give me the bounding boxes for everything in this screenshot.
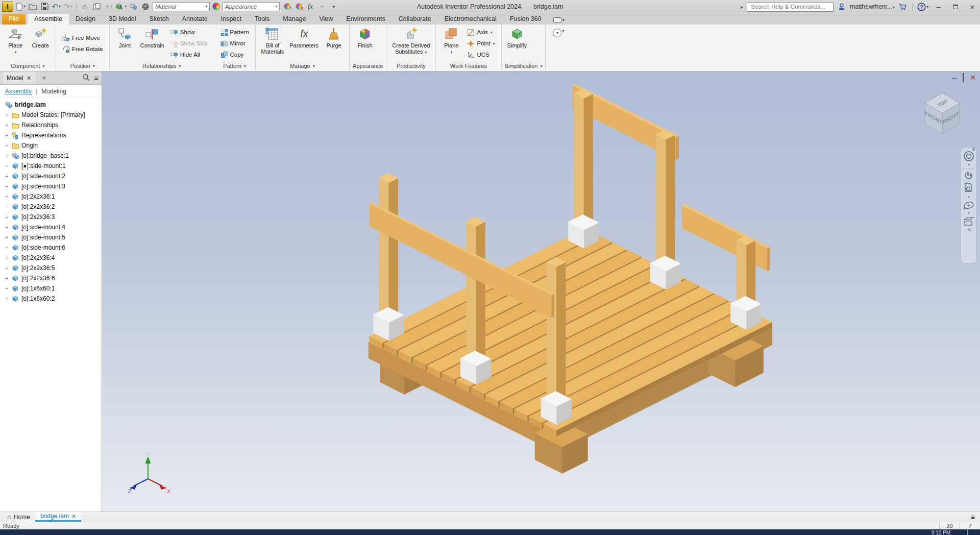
ribbon-tab-tools[interactable]: Tools (248, 14, 276, 25)
chevron-down-icon[interactable]: ▾ (968, 196, 970, 199)
material-select[interactable]: Material▾ (153, 2, 210, 11)
expand-icon[interactable]: + (4, 255, 10, 261)
expand-icon[interactable]: + (4, 234, 10, 240)
tree-item-o-side-mount-2[interactable]: +[o]:side-mount:2 (0, 171, 102, 181)
ribbon-tab-3d-model[interactable]: 3D Model (102, 14, 143, 25)
close-button[interactable]: × (966, 1, 979, 12)
bridge-model[interactable] (102, 71, 980, 512)
constrain-button[interactable]: Constrain (138, 26, 166, 61)
group-label-position[interactable]: Position▾ (56, 61, 109, 71)
browser-tab-model[interactable]: Model ✕ (3, 71, 35, 84)
ribbon-tab-manage[interactable]: Manage (276, 14, 312, 25)
viewport-3d[interactable]: ─ ✕ TOP FRONT RIGHT ⊗ ▾ ▾ (102, 71, 980, 512)
doc-close-icon[interactable]: ✕ (970, 74, 976, 82)
ribbon-tab-file[interactable]: File (2, 14, 26, 25)
simplify-button[interactable]: Simplify (505, 26, 529, 61)
tab-bridge-iam[interactable]: bridge.iam ✕ (35, 512, 81, 522)
pan-icon[interactable] (964, 170, 974, 181)
expand-icon[interactable]: + (4, 214, 10, 220)
tree-item-o-2x2x36-2[interactable]: +[o]:2x2x36:2 (0, 202, 102, 212)
chevron-down-icon[interactable]: ▾ (493, 41, 495, 46)
ribbon-options-button[interactable]: ▾ (553, 29, 561, 37)
tree-item-o-side-mount-4[interactable]: +[o]:side-mount:4 (0, 222, 102, 232)
ribbon-tab-environments[interactable]: Environments (339, 14, 391, 25)
expand-icon[interactable]: + (4, 193, 10, 200)
expand-icon[interactable]: + (4, 204, 10, 210)
tree-item-o-2x2x36-4[interactable]: +[o]:2x2x36:4 (0, 253, 102, 263)
orbit-icon[interactable] (963, 200, 975, 210)
tree-item-o-side-mount-5[interactable]: +[o]:side-mount:5 (0, 232, 102, 242)
open-file-icon[interactable] (28, 2, 37, 12)
tree-item-o-2x2x36-6[interactable]: +[o]:2x2x36:6 (0, 273, 102, 283)
minimize-button[interactable]: ─ (932, 1, 945, 12)
close-icon[interactable]: ✕ (71, 513, 76, 520)
pattern-button[interactable]: Pattern (218, 27, 252, 38)
expand-icon[interactable]: + (4, 296, 10, 302)
expand-icon[interactable]: + (4, 173, 10, 179)
ribbon-display-options-button[interactable]: ▾ (553, 17, 565, 25)
copy-screen-icon[interactable] (92, 2, 101, 12)
qat-customize-icon[interactable]: ▾̶ (329, 2, 338, 12)
ribbon-tab-annotate[interactable]: Annotate (176, 14, 214, 25)
adjust-appearance-icon[interactable]: + (282, 2, 291, 12)
tree-item-model-states-primary[interactable]: +Model States: [Primary] (0, 110, 102, 120)
expand-icon[interactable]: + (4, 285, 10, 291)
appearance-select[interactable]: Appearance▾ (223, 2, 280, 11)
free-move-button[interactable]: Free Move (60, 33, 106, 43)
windows-taskbar[interactable]: 9:10 PM (0, 529, 980, 535)
navigation-wheel-icon[interactable] (963, 151, 974, 162)
doc-restore-icon[interactable] (963, 74, 964, 82)
ribbon-tab-sketch[interactable]: Sketch (142, 14, 175, 25)
close-icon[interactable]: ✕ (27, 75, 32, 82)
app-store-cart-icon[interactable] (898, 2, 908, 12)
cds-button[interactable]: Create DerivedSubstitutes ▾ (390, 26, 432, 61)
tree-item-o-2x2x36-1[interactable]: +[o]:2x2x36:1 (0, 191, 102, 202)
expand-icon[interactable]: + (4, 142, 10, 149)
tree-item-o-2x2x36-5[interactable]: +[o]:2x2x36:5 (0, 263, 102, 273)
expand-icon[interactable]: + (4, 265, 10, 271)
group-label-relationships[interactable]: Relationships▾ (110, 61, 214, 71)
more-tools-icon[interactable]: ⊖ (967, 228, 970, 231)
tree-item-o-bridge-base-1[interactable]: +[o]:bridge_base:1 (0, 151, 102, 161)
doc-minimize-icon[interactable]: ─ (952, 74, 957, 82)
subtab-assembly[interactable]: Assembly (5, 88, 32, 95)
tree-item-o-side-mount-6[interactable]: +[o]:side-mount:6 (0, 242, 102, 253)
axis-button[interactable]: Axis▾ (464, 27, 497, 38)
tree-item-side-mount-1[interactable]: +[●]:side-mount:1 (0, 161, 102, 171)
expand-icon[interactable]: + (4, 122, 10, 128)
tree-item-o-1x6x60-2[interactable]: +[o]:1x6x60:2 (0, 294, 102, 304)
expand-icon[interactable]: + (4, 224, 10, 230)
color-wheel-icon[interactable] (212, 3, 220, 10)
tree-item-o-side-mount-3[interactable]: +[o]:side-mount:3 (0, 181, 102, 191)
expand-icon[interactable]: + (4, 163, 10, 169)
tab-home[interactable]: ⌂ Home (2, 512, 35, 522)
bom-button[interactable]: Bill ofMaterials (259, 26, 286, 61)
add-browser-tab-button[interactable]: ＋ (38, 73, 50, 83)
subtab-modeling[interactable]: Modeling (41, 88, 66, 95)
ucs-button[interactable]: UCS (464, 50, 497, 60)
search-collapse-icon[interactable]: ▸ (741, 4, 743, 10)
purge-button[interactable]: Purge (322, 26, 346, 61)
undo-icon[interactable]: ↶▾ (52, 2, 61, 12)
user-avatar-icon[interactable] (837, 2, 846, 12)
search-input[interactable] (750, 3, 830, 10)
tree-item-bridge-iam[interactable]: bridge.iam (0, 100, 102, 110)
chevron-down-icon[interactable]: ▾ (491, 30, 493, 35)
tab-list-menu-icon[interactable]: ≡ (966, 512, 980, 522)
ribbon-tab-inspect[interactable]: Inspect (214, 14, 248, 25)
navigation-bar[interactable]: ⊗ ▾ ▾ ▾ ⊖ (961, 147, 977, 263)
ribbon-tab-assemble[interactable]: Assemble (28, 14, 69, 25)
browser-menu-icon[interactable]: ≡ (94, 74, 99, 82)
inventor-logo-icon[interactable]: I (2, 2, 13, 12)
joint-button[interactable]: Joint (113, 26, 137, 61)
chevron-down-icon[interactable]: ▾ (425, 50, 427, 55)
tree-item-relationships[interactable]: +Relationships (0, 120, 102, 130)
clear-appearance-icon[interactable]: x (294, 2, 303, 12)
new-file-icon[interactable]: ▾ (16, 2, 26, 12)
group-label-manage[interactable]: Manage▾ (256, 61, 349, 71)
finish-button[interactable]: Finish (353, 26, 377, 61)
view-cube[interactable]: TOP FRONT RIGHT (919, 88, 966, 138)
tree-item-origin[interactable]: +Origin (0, 140, 102, 151)
chevron-down-icon[interactable]: ▾ (14, 50, 16, 55)
browser-search-icon[interactable] (82, 74, 90, 83)
